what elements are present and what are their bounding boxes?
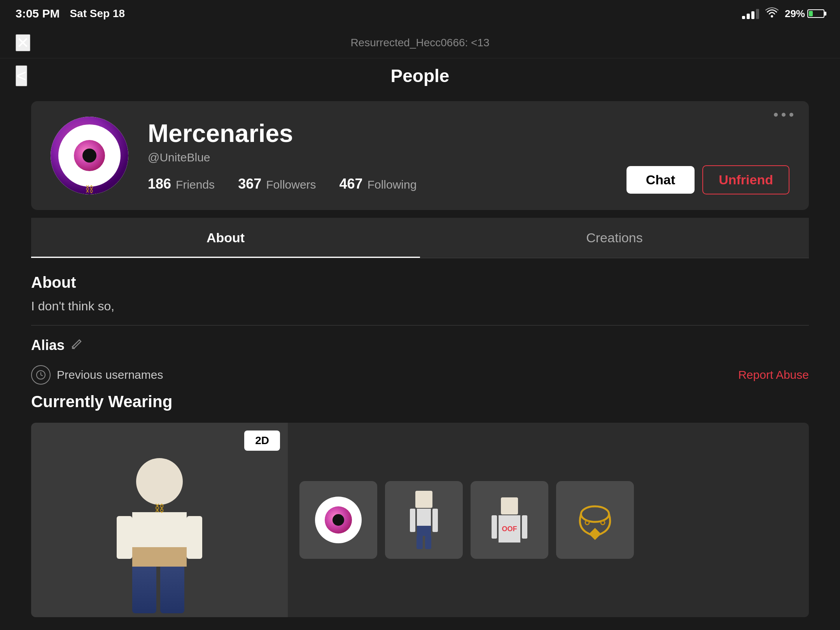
toggle-2d-button[interactable]: 2D [244,430,280,451]
battery-indicator: 29% [785,8,824,20]
character-3d-view: 2D ⛓ [31,423,288,617]
status-date: Sat Sep 18 [70,7,125,20]
report-abuse-link[interactable]: Report Abuse [738,368,809,382]
previous-usernames-button[interactable]: Previous usernames [31,365,163,385]
status-right: 29% [742,7,824,21]
about-bio: I don't think so, [31,299,809,313]
status-time: 3:05 PM [16,7,60,20]
chat-button[interactable]: Chat [626,166,695,194]
nav-bar: < People [0,58,840,93]
usernames-row: Previous usernames Report Abuse [31,365,809,385]
followers-count: 367 [238,176,261,192]
wearing-item-necklace[interactable] [556,481,634,559]
back-button[interactable]: < [16,65,27,86]
signal-icon [742,8,759,19]
svg-point-0 [771,15,773,18]
following-stat[interactable]: 467 Following [340,176,417,192]
body1-item-image [410,491,438,549]
battery-percent: 29% [785,8,805,20]
body2-item-image: OOF [492,497,527,542]
wifi-icon [765,7,779,21]
clock-icon [31,365,51,385]
wearing-item-body1[interactable] [385,481,463,559]
about-section-title: About [31,274,809,291]
followers-stat[interactable]: 367 Followers [238,176,316,192]
status-left: 3:05 PM Sat Sep 18 [16,7,125,20]
battery-icon [807,9,824,18]
alias-row: Alias [31,337,809,354]
close-button[interactable]: ✕ [16,34,30,51]
tab-creations[interactable]: Creations [420,218,809,258]
unfriend-button[interactable]: Unfriend [702,165,789,194]
profile-name: Mercenaries [148,119,789,148]
svg-rect-3 [589,528,601,540]
currently-wearing-title: Currently Wearing [31,392,809,411]
svg-point-2 [581,506,609,522]
content-area: About I don't think so, Alias Previous u… [0,258,840,630]
status-bar: 3:05 PM Sat Sep 18 29% [0,0,840,27]
eyeball-pupil [332,514,344,526]
top-bar: ✕ Resurrected_Hecc0666: <13 [0,27,840,58]
eyeball-iris [325,506,352,534]
wearing-items-grid: OOF [288,423,809,617]
svg-point-5 [601,521,605,525]
following-label: Following [368,178,417,191]
more-options-icon[interactable] [774,113,793,117]
divider-1 [31,325,809,326]
eyeball-item-image [315,497,362,543]
svg-point-4 [585,521,589,525]
profile-card: ⛓ Mercenaries @UniteBlue 186 Friends 367… [31,101,809,210]
friends-count: 186 [148,176,171,192]
edit-alias-icon[interactable] [71,338,82,353]
followers-label: Followers [266,178,316,191]
following-count: 467 [340,176,363,192]
alias-label: Alias [31,337,65,354]
wearing-container: 2D ⛓ [31,423,809,617]
profile-actions: Chat Unfriend [626,165,789,194]
top-bar-title: Resurrected_Hecc0666: <13 [350,37,489,49]
friends-label: Friends [176,178,215,191]
page-title: People [391,65,450,86]
avatar: ⛓ [51,117,128,194]
necklace-item-image [574,499,616,541]
prev-usernames-label: Previous usernames [57,368,163,382]
wearing-item-eyeball[interactable] [299,481,377,559]
avatar-image: ⛓ [51,117,128,194]
wearing-item-body2[interactable]: OOF [471,481,548,559]
friends-stat[interactable]: 186 Friends [148,176,215,192]
tabs-container: About Creations [31,218,809,258]
character-figure: ⛓ [117,458,202,613]
tab-about[interactable]: About [31,218,420,258]
profile-username: @UniteBlue [148,151,789,164]
